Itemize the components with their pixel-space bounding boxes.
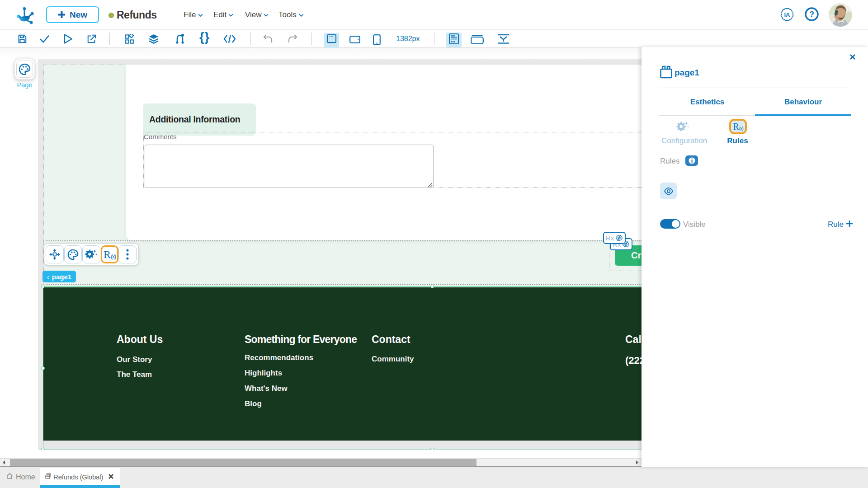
svg-text:?: ?: [809, 10, 814, 19]
svg-text:IA: IA: [784, 11, 791, 18]
